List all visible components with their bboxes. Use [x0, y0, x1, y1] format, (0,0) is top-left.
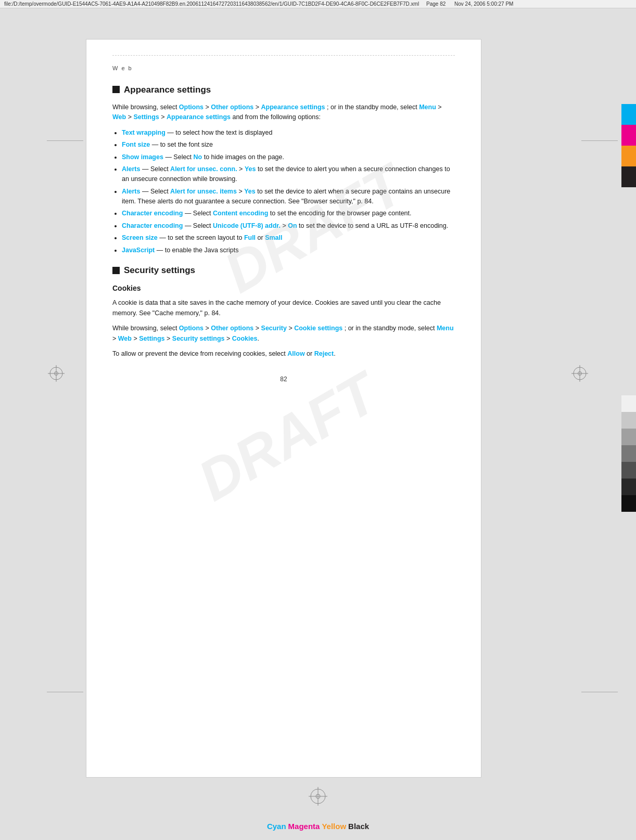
list-item: Character encoding — Select Unicode (UTF…: [122, 221, 455, 231]
text-wrapping-link[interactable]: Text wrapping: [122, 129, 166, 136]
char-enc-desc2: to set the encoding for the browser page…: [270, 210, 412, 217]
allow-link[interactable]: Allow: [287, 350, 304, 357]
top-divider: [112, 55, 455, 56]
list-item: Show images — Select No to hide images o…: [122, 152, 455, 162]
appearance-heading: Appearance settings: [112, 83, 455, 97]
gray-bar-4: [621, 445, 636, 462]
alerts-link1[interactable]: Alerts: [122, 165, 140, 173]
top-bar: file:/D:/temp/overmode/GUID-E1544AC5-706…: [0, 0, 636, 8]
list-item: Screen size — to set the screen layout t…: [122, 233, 455, 243]
char-encoding-link2[interactable]: Character encoding: [122, 222, 183, 229]
intro-paragraph: While browsing, select Options > Other o…: [112, 102, 455, 123]
cookies-intro-text: A cookie is data that a site saves in th…: [112, 299, 441, 316]
alerts-gt1: >: [239, 165, 245, 173]
cookies-web-link[interactable]: Web: [118, 335, 132, 342]
char-enc2-gt: >: [282, 222, 288, 229]
cookie-settings-link[interactable]: Cookie settings: [294, 325, 342, 332]
color-bars: [621, 104, 636, 187]
cookies-intro-paragraph: A cookie is data that a site saves in th…: [112, 298, 455, 318]
intro-gt4: >: [128, 113, 134, 121]
font-size-desc: — to set the font size: [152, 141, 213, 148]
gray-bar-1: [621, 395, 636, 412]
cookies-period: .: [257, 335, 259, 342]
list-item: Alerts — Select Alert for unsec. conn. >…: [122, 164, 455, 185]
full-link[interactable]: Full: [244, 234, 256, 241]
page-wrapper: file:/D:/temp/overmode/GUID-E1544AC5-706…: [0, 0, 636, 840]
gray-bar-7: [621, 495, 636, 512]
cmyk-cyan-label: Cyan: [267, 822, 286, 831]
cookies-other-options-link[interactable]: Other options: [211, 325, 253, 332]
page-number: 82: [112, 374, 455, 384]
reject-link[interactable]: Reject: [314, 350, 334, 357]
cookies-gt3: >: [288, 325, 294, 332]
gray-bar-5: [621, 462, 636, 479]
intro-rest: ; or in the standby mode, select: [327, 104, 417, 111]
trim-line-bot-right: [581, 692, 618, 692]
list-item: Font size — to set the font size: [122, 140, 455, 150]
options-link[interactable]: Options: [179, 104, 203, 111]
cookies-options-link[interactable]: Options: [179, 325, 203, 332]
yes-link1[interactable]: Yes: [245, 165, 256, 173]
list-item: Character encoding — Select Content enco…: [122, 209, 455, 218]
alerts-link2[interactable]: Alerts: [122, 188, 140, 195]
appearance-settings-link2[interactable]: Appearance settings: [167, 113, 231, 121]
intro-rest2: and from the following options:: [232, 113, 321, 121]
security-settings-link[interactable]: Security settings: [172, 335, 225, 342]
alerts-desc2: — Select: [142, 188, 170, 195]
on-link[interactable]: On: [288, 222, 297, 229]
trim-line-bot-left: [47, 692, 83, 692]
list-item: JavaScript — to enable the Java scripts: [122, 245, 455, 255]
intro-text-1: While browsing, select: [112, 104, 177, 111]
color-bar-yellow: [621, 146, 636, 166]
cookies-link[interactable]: Cookies: [232, 335, 258, 342]
intro-gt3: >: [438, 104, 441, 111]
show-images-link[interactable]: Show images: [122, 153, 163, 161]
color-bar-cyan: [621, 104, 636, 125]
alerts-gt2: >: [238, 188, 244, 195]
char-enc2-desc1: — Select: [185, 222, 213, 229]
gray-bar-6: [621, 479, 636, 495]
cookies-gt4: >: [112, 335, 118, 342]
other-options-link[interactable]: Other options: [211, 104, 253, 111]
color-bar-magenta: [621, 125, 636, 146]
settings-link[interactable]: Settings: [133, 113, 159, 121]
gray-bar-2: [621, 412, 636, 429]
char-encoding-link1[interactable]: Character encoding: [122, 210, 183, 217]
content-encoding-link[interactable]: Content encoding: [213, 210, 268, 217]
section-label: W e b: [112, 64, 455, 73]
javascript-link[interactable]: JavaScript: [122, 247, 155, 254]
reg-mark-bot-center: [308, 786, 328, 809]
cookies-security-link[interactable]: Security: [261, 325, 287, 332]
cookies-settings-link[interactable]: Settings: [139, 335, 164, 342]
small-link[interactable]: Small: [265, 234, 282, 241]
screen-size-or: or: [258, 234, 265, 241]
color-bar-black: [621, 166, 636, 187]
security-heading: Security settings: [112, 264, 455, 277]
screen-size-link[interactable]: Screen size: [122, 234, 158, 241]
reg-mark-mid-left: [47, 364, 66, 385]
cookies-para3-text: To allow or prevent the device from rece…: [112, 350, 286, 357]
cookies-menu-link[interactable]: Menu: [437, 325, 454, 332]
security-heading-square-icon: [112, 267, 120, 274]
cookies-para2-start: While browsing, select: [112, 325, 177, 332]
trim-line-top-right: [581, 140, 618, 141]
font-size-link[interactable]: Font size: [122, 141, 150, 148]
date-ref: Nov 24, 2006 5:00:27 PM: [454, 1, 513, 7]
page-content: DRAFT DRAFT W e b Appearance settings Wh…: [86, 39, 481, 778]
show-images-desc1: — Select: [165, 153, 193, 161]
alert-conn-link[interactable]: Alert for unsec. conn.: [170, 165, 237, 173]
cookies-subheading: Cookies: [112, 283, 455, 294]
cmyk-labels: Cyan Magenta Yellow Black: [267, 822, 369, 831]
unicode-link[interactable]: Unicode (UTF-8) addr.: [213, 222, 281, 229]
yes-link2[interactable]: Yes: [244, 188, 256, 195]
appearance-settings-link[interactable]: Appearance settings: [261, 104, 325, 111]
web-link[interactable]: Web: [112, 113, 126, 121]
alert-items-link[interactable]: Alert for unsec. items: [170, 188, 237, 195]
cookies-or: or: [307, 350, 314, 357]
security-heading-text: Security settings: [124, 264, 195, 277]
intro-gt2: >: [256, 104, 261, 111]
menu-link[interactable]: Menu: [419, 104, 436, 111]
show-images-desc2: to hide images on the page.: [204, 153, 284, 161]
no-link[interactable]: No: [194, 153, 202, 161]
heading-square-icon: [112, 86, 120, 93]
